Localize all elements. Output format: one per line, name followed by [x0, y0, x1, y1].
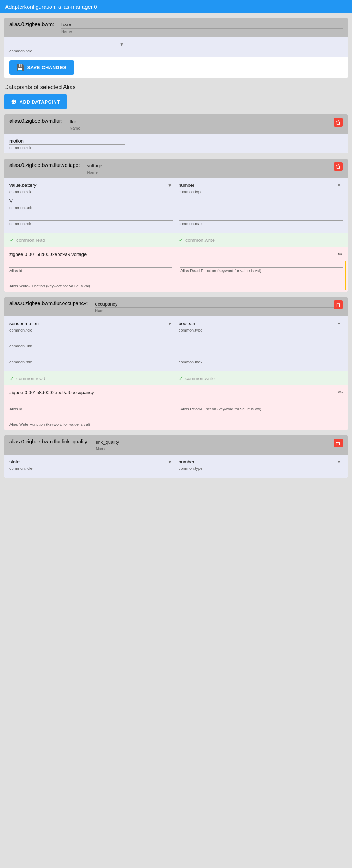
datapoint-header-2: alias.0.zigbee.bwm.flur.occupancy: Name …	[4, 297, 348, 316]
title-text: Adapterkonfiguration: alias-manager.0	[5, 4, 97, 10]
save-button-label: SAVE CHANGES	[27, 65, 67, 70]
datapoint-card-2: alias.0.zigbee.bwm.flur.occupancy: Name …	[4, 297, 348, 430]
datapoint-role-select-1[interactable]: value.battery	[9, 182, 173, 189]
alias-id-row-1: zigbee.0.00158d0002ebc9a9.voltage ✏	[9, 251, 343, 258]
datapoint-role-label-1: common.role	[9, 190, 173, 194]
alias-read-func-label-1: Alias Read-Function (keyword for value i…	[180, 269, 343, 273]
save-area: 💾 SAVE CHANGES	[4, 57, 348, 78]
datapoint-unit-input-2[interactable]	[9, 336, 173, 343]
alias-read-func-2: Alias Read-Function (keyword for value i…	[180, 399, 343, 411]
write-check-1: ✓ common.write	[179, 237, 343, 244]
alias-write-func-input-2[interactable]	[9, 414, 343, 421]
datapoint-role-label-0: common.role	[9, 146, 343, 150]
datapoint-min-label-2: common.min	[9, 360, 173, 364]
alias-write-func-input-1[interactable]	[9, 276, 343, 283]
datapoint-green-2: ✓ common.read ✓ common.write	[4, 371, 348, 385]
alias-name-input[interactable]	[61, 21, 343, 29]
datapoint-max-input-1[interactable]	[179, 214, 343, 221]
datapoint-body-3: state ▼ common.role number ▼ common.type	[4, 455, 348, 478]
datapoint-alias-1: zigbee.0.00158d0002ebc9a9.voltage ✏ Alia…	[4, 247, 348, 292]
read-check-1: ✓ common.read	[9, 237, 173, 244]
alias-main-id: alias.0.zigbee.bwm:	[9, 21, 54, 27]
read-check-2: ✓ common.read	[9, 375, 173, 382]
datapoint-name-label-3: Name	[96, 447, 334, 451]
datapoint-name-input-1[interactable]	[87, 162, 334, 169]
datapoint-name-input-2[interactable]	[95, 300, 334, 308]
datapoint-type-label-2: common.type	[179, 328, 343, 332]
alias-id-label-1: Alias id	[9, 269, 172, 273]
datapoint-card-0: alias.0.zigbee.bwm.flur: Name 🗑 common.r…	[4, 114, 348, 153]
delete-button-3[interactable]: 🗑	[334, 439, 343, 447]
datapoint-role-select-3[interactable]: state	[9, 458, 173, 465]
alias-write-func-label-1: Alias Write-Function (keyword for value …	[9, 284, 343, 288]
alias-fields-row-2: Alias id Alias Read-Function (keyword fo…	[9, 399, 343, 411]
datapoint-id-0: alias.0.zigbee.bwm.flur:	[9, 118, 62, 124]
datapoint-id-3: alias.0.zigbee.bwm.flur.link_quality:	[9, 439, 89, 444]
write-check-label-2: common.write	[185, 376, 215, 381]
datapoint-header-3: alias.0.zigbee.bwm.flur.link_quality: Na…	[4, 435, 348, 455]
datapoint-min-input-2[interactable]	[9, 352, 173, 359]
save-button[interactable]: 💾 SAVE CHANGES	[9, 60, 74, 75]
add-datapoint-button[interactable]: ⊕ ADD DATAPOINT	[4, 94, 67, 109]
alias-write-func-1: Alias Write-Function (keyword for value …	[9, 276, 343, 288]
datapoint-role-select-2[interactable]: sensor.motion	[9, 320, 173, 327]
datapoint-body-1: value.battery ▼ common.role number ▼ com…	[4, 178, 348, 233]
datapoint-card-3: alias.0.zigbee.bwm.flur.link_quality: Na…	[4, 435, 348, 478]
datapoint-min-input-1[interactable]	[9, 214, 173, 221]
datapoint-type-select-1[interactable]: number	[179, 182, 343, 189]
datapoint-unit-label-2: common.unit	[9, 344, 173, 348]
datapoint-name-label-0: Name	[70, 126, 334, 130]
datapoint-unit-label-1: common.unit	[9, 206, 173, 210]
datapoint-header-1: alias.0.zigbee.bwm.flur.voltage: Name 🗑	[4, 159, 348, 178]
datapoint-role-input-0[interactable]	[9, 138, 125, 145]
datapoint-name-input-3[interactable]	[96, 439, 334, 446]
alias-edit-button-2[interactable]: ✏	[338, 389, 343, 396]
datapoint-unit-input-1[interactable]	[9, 198, 173, 205]
write-check-icon-1: ✓	[179, 237, 183, 244]
alias-main-card: alias.0.zigbee.bwm: Name ▼ common.role 💾…	[4, 18, 348, 78]
alias-id-label-2: Alias id	[9, 407, 172, 411]
datapoint-name-label-2: Name	[95, 308, 334, 313]
datapoint-type-select-3[interactable]: number	[179, 458, 343, 465]
delete-button-0[interactable]: 🗑	[334, 118, 343, 127]
datapoint-max-label-1: common.max	[179, 222, 343, 226]
save-icon: 💾	[17, 64, 24, 71]
alias-read-func-input-1[interactable]	[180, 261, 343, 268]
yellow-indicator-1	[345, 261, 346, 290]
alias-name-label: Name	[61, 29, 343, 34]
delete-button-2[interactable]: 🗑	[334, 300, 343, 309]
read-check-icon-1: ✓	[9, 237, 14, 244]
datapoint-green-1: ✓ common.read ✓ common.write	[4, 233, 348, 247]
datapoint-role-label-2: common.role	[9, 328, 173, 332]
datapoint-name-input-0[interactable]	[70, 118, 334, 125]
datapoint-max-input-2[interactable]	[179, 352, 343, 359]
delete-button-1[interactable]: 🗑	[334, 162, 343, 171]
datapoint-card-1: alias.0.zigbee.bwm.flur.voltage: Name 🗑 …	[4, 159, 348, 292]
alias-write-func-2: Alias Write-Function (keyword for value …	[9, 414, 343, 426]
alias-write-func-label-2: Alias Write-Function (keyword for value …	[9, 422, 343, 426]
alias-id-input-2[interactable]	[9, 399, 172, 406]
alias-id-value-1: zigbee.0.00158d0002ebc9a9.voltage	[9, 252, 87, 257]
datapoint-type-select-2[interactable]: boolean	[179, 320, 343, 327]
add-icon: ⊕	[11, 98, 17, 106]
datapoint-body-0: common.role	[4, 134, 348, 153]
write-check-icon-2: ✓	[179, 375, 183, 382]
datapoint-id-1: alias.0.zigbee.bwm.flur.voltage:	[9, 162, 80, 168]
datapoint-id-2: alias.0.zigbee.bwm.flur.occupancy:	[9, 300, 88, 306]
alias-read-func-input-2[interactable]	[180, 399, 343, 406]
datapoint-body-2: sensor.motion ▼ common.role boolean ▼ co…	[4, 316, 348, 371]
alias-read-func-label-2: Alias Read-Function (keyword for value i…	[180, 407, 343, 411]
datapoint-type-label-3: common.type	[179, 466, 343, 471]
read-check-icon-2: ✓	[9, 375, 14, 382]
alias-role-select[interactable]	[9, 41, 125, 48]
alias-id-value-2: zigbee.0.00158d0002ebc9a9.occupancy	[9, 390, 94, 395]
datapoint-alias-2: zigbee.0.00158d0002ebc9a9.occupancy ✏ Al…	[4, 385, 348, 430]
write-check-2: ✓ common.write	[179, 375, 343, 382]
alias-id-input-1[interactable]	[9, 261, 172, 268]
alias-edit-button-1[interactable]: ✏	[338, 251, 343, 258]
datapoint-role-label-3: common.role	[9, 466, 173, 471]
datapoint-type-label-1: common.type	[179, 190, 343, 194]
read-check-label-2: common.read	[16, 376, 45, 381]
datapoint-name-label-1: Name	[87, 170, 334, 174]
alias-main-card-body: ▼ common.role	[4, 37, 348, 57]
